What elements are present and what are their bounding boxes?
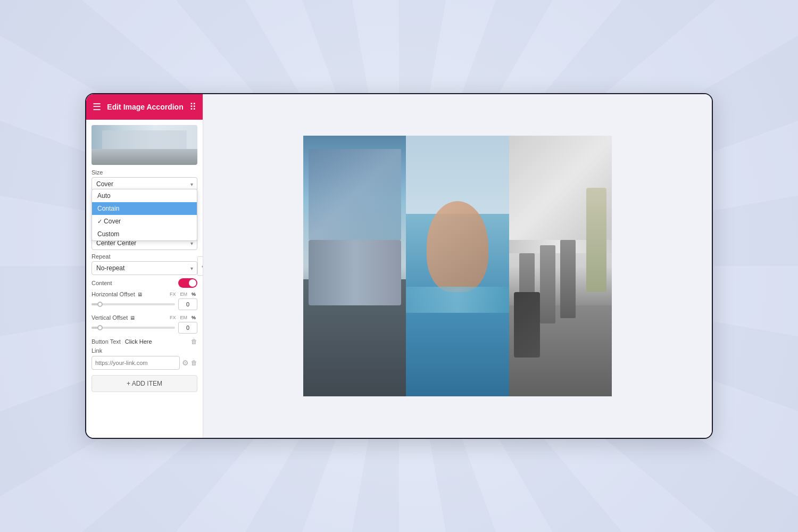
button-text-trash-icon[interactable]: 🗑 [191,338,197,345]
horizontal-monitor-icon: 🖥 [137,292,143,297]
horizontal-unit-percent[interactable]: % [190,291,197,297]
repeat-label: Repeat [92,253,197,260]
size-option-cover[interactable]: Cover [92,215,197,228]
vertical-slider-row [92,322,197,334]
horizontal-offset-label: Horizontal Offset 🖥 [92,291,143,297]
image-preview[interactable] [92,125,197,165]
main-content [203,94,712,438]
stool-2 [540,245,555,323]
horizontal-unit-em[interactable]: EM [178,291,189,297]
content-row: Content [92,278,197,288]
vertical-monitor-icon: 🖥 [130,315,135,321]
vertical-offset-label: Vertical Offset 🖥 [92,314,135,321]
image-sim [92,125,197,165]
link-label: Link [92,347,197,354]
accordion-panel-3[interactable] [509,136,612,396]
scene1 [303,136,406,396]
chair-sim [514,292,539,358]
horizontal-offset-input[interactable] [178,298,197,310]
size-dropdown-wrapper: Cover ▾ Auto Contain Cover Custom [92,177,197,191]
sofa-sim-1 [309,240,401,305]
size-option-auto[interactable]: Auto [92,189,197,202]
person-sim [427,201,488,293]
accordion-panel-1[interactable] [303,136,406,396]
size-label: Size [92,169,197,176]
vertical-offset-label-row: Vertical Offset 🖥 FX EM % [92,314,197,321]
sidebar-header: ☰ Edit Image Accordion ⠿ [86,94,203,120]
repeat-dropdown-wrapper: No-repeat ▾ [92,261,197,275]
horizontal-slider-thumb[interactable] [97,302,103,307]
hamburger-icon[interactable]: ☰ [93,101,101,113]
size-option-contain[interactable]: Contain [92,202,197,215]
image-accordion [303,136,612,396]
button-text-value: Click Here [125,338,191,345]
link-input[interactable] [92,356,180,370]
browser-card: ☰ Edit Image Accordion ⠿ Size Cover ▾ Au… [85,93,713,439]
horizontal-unit-fx[interactable]: FX [168,291,178,297]
plant-sim [586,188,607,292]
button-text-label: Button Text [92,338,121,345]
grid-icon[interactable]: ⠿ [189,101,196,113]
vertical-units: FX EM % [168,314,197,321]
vertical-slider-thumb[interactable] [97,325,103,330]
size-option-custom[interactable]: Custom [92,228,197,240]
size-dropdown-popup: Auto Contain Cover Custom [92,189,197,241]
link-input-row: ⚙ 🗑 [92,356,197,370]
vertical-unit-em[interactable]: EM [178,314,189,321]
vertical-slider[interactable] [92,327,175,329]
vertical-unit-percent[interactable]: % [190,314,197,321]
horizontal-offset-row: Horizontal Offset 🖥 FX EM % [92,291,197,310]
horizontal-units: FX EM % [168,291,197,297]
vertical-unit-fx[interactable]: FX [168,314,178,321]
content-toggle[interactable] [178,278,197,288]
horizontal-slider-row [92,298,197,310]
link-trash-icon[interactable]: 🗑 [191,359,197,367]
repeat-dropdown[interactable]: No-repeat [92,261,197,275]
horizontal-slider[interactable] [92,303,175,305]
vertical-offset-row: Vertical Offset 🖥 FX EM % [92,314,197,334]
gear-icon[interactable]: ⚙ [182,359,189,367]
content-label: Content [92,280,112,286]
water-reflect [406,287,509,313]
collapse-handle[interactable]: ‹ [197,256,203,276]
horizontal-offset-label-row: Horizontal Offset 🖥 FX EM % [92,291,197,297]
add-item-button[interactable]: + ADD ITEM [92,375,197,392]
accordion-panel-2[interactable] [406,136,509,396]
sidebar-content: Size Cover ▾ Auto Contain Cover Custom P… [86,120,203,438]
vertical-offset-input[interactable] [178,322,197,334]
sidebar: ☰ Edit Image Accordion ⠿ Size Cover ▾ Au… [86,94,203,438]
scene2 [406,136,509,396]
window-sim-1 [309,149,401,240]
scene3 [509,136,612,396]
stool-3 [560,240,576,318]
sidebar-title: Edit Image Accordion [107,103,183,111]
button-text-row: Button Text Click Here 🗑 [92,338,197,345]
